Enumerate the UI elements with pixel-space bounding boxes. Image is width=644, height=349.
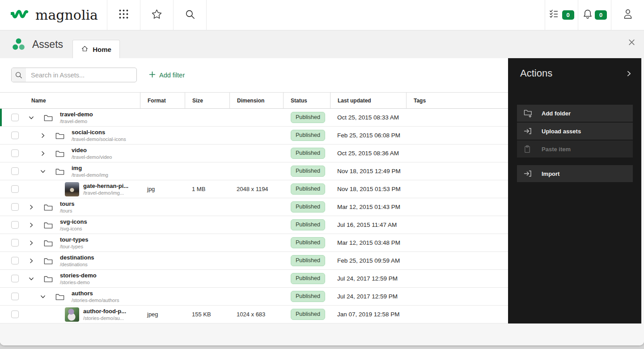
asset-thumbnail xyxy=(65,182,79,196)
last-updated-cell: Feb 25, 2015 09:59 AM xyxy=(330,252,406,269)
table-row[interactable]: gate-hernan-pi.../travel-demo/img...jpg1… xyxy=(0,180,508,198)
table-row[interactable]: travel-demo/travel-demoPublishedOct 25, … xyxy=(0,109,508,127)
search-input[interactable] xyxy=(26,72,129,79)
row-checkbox[interactable] xyxy=(11,185,19,193)
expand-chevron-icon[interactable] xyxy=(40,151,46,156)
column-header-size[interactable]: Size xyxy=(185,93,229,108)
asset-name: tours xyxy=(60,200,75,208)
folder-icon xyxy=(44,257,53,265)
size-cell: 155 KB xyxy=(185,306,229,323)
column-header-tags[interactable]: Tags xyxy=(406,93,508,108)
format-cell xyxy=(140,109,185,126)
table-row[interactable]: social-icons/travel-demo/social-iconsPub… xyxy=(0,127,508,145)
table-row[interactable]: tours/toursPublishedMar 12, 2015 01:43 P… xyxy=(0,198,508,216)
row-checkbox[interactable] xyxy=(11,239,19,247)
expand-chevron-icon[interactable] xyxy=(29,258,34,264)
row-checkbox[interactable] xyxy=(11,293,19,300)
expand-chevron-icon[interactable] xyxy=(29,204,34,210)
actions-panel: Actions Add folderUpload assetsPaste ite… xyxy=(508,58,641,323)
status-cell: Published xyxy=(283,145,330,162)
table-header: NameFormatSizeDimensionStatusLast update… xyxy=(0,92,508,109)
tab-home-label: Home xyxy=(93,46,111,53)
name-cell: stories-demo/stories-demo xyxy=(0,270,140,287)
action-add-folder[interactable]: Add folder xyxy=(517,105,633,122)
row-checkbox[interactable] xyxy=(11,167,19,175)
app-header: Assets Home xyxy=(0,30,644,58)
tags-cell xyxy=(406,198,508,216)
user-icon xyxy=(622,8,634,22)
collapse-chevron-icon[interactable] xyxy=(29,115,34,120)
tags-cell xyxy=(406,306,508,323)
close-icon[interactable] xyxy=(628,39,635,46)
dimension-cell xyxy=(229,145,283,162)
column-header-format[interactable]: Format xyxy=(140,93,185,108)
row-checkbox[interactable] xyxy=(11,221,19,229)
action-upload-assets[interactable]: Upload assets xyxy=(517,123,633,140)
row-checkbox[interactable] xyxy=(11,114,19,121)
topbar-button-apps-grid[interactable] xyxy=(107,0,140,30)
folder-icon xyxy=(44,114,53,122)
row-checkbox[interactable] xyxy=(11,149,19,157)
table-row[interactable]: destinations/destinationsPublishedFeb 25… xyxy=(0,252,508,270)
dimension-cell: 1024 x 683 xyxy=(229,306,283,323)
collapse-chevron-icon[interactable] xyxy=(40,169,46,174)
add-filter-button[interactable]: Add filter xyxy=(149,68,185,82)
topbar-button-user[interactable] xyxy=(611,0,644,30)
format-cell xyxy=(140,162,185,180)
table-row[interactable]: tour-types/tour-typesPublishedMar 12, 20… xyxy=(0,234,508,252)
column-header-name[interactable]: Name xyxy=(0,93,140,108)
app-window: magnolia 00 Assets Home xyxy=(0,0,644,345)
asset-name: destinations xyxy=(60,254,94,261)
status-badge: Published xyxy=(291,112,325,123)
import-icon xyxy=(524,170,534,177)
table-row[interactable]: svg-icons/svg-iconsPublishedJul 16, 2015… xyxy=(0,216,508,234)
row-checkbox[interactable] xyxy=(11,203,19,211)
row-checkbox[interactable] xyxy=(11,132,19,139)
collapse-chevron-icon[interactable] xyxy=(40,294,46,299)
table-row[interactable]: stories-demo/stories-demoPublishedJul 24… xyxy=(0,270,508,288)
format-cell xyxy=(140,252,185,269)
topbar-button-favorites-star[interactable] xyxy=(140,0,174,30)
magnolia-logo-icon xyxy=(11,8,31,23)
topbar-button-tasks-checklist[interactable]: 0 xyxy=(545,0,578,30)
search-icon xyxy=(184,9,196,22)
dimension-cell xyxy=(229,109,283,126)
asset-name: stories-demo xyxy=(60,272,97,279)
tags-cell xyxy=(406,270,508,287)
folder-icon xyxy=(44,239,53,247)
status-cell: Published xyxy=(283,252,330,269)
size-cell xyxy=(185,234,229,251)
topbar-button-search[interactable] xyxy=(174,0,207,30)
action-import[interactable]: Import xyxy=(517,165,633,182)
last-updated-cell: Nov 18, 2015 01:53 PM xyxy=(330,180,406,198)
toolbar: Add filter xyxy=(0,58,508,92)
status-cell: Published xyxy=(283,198,330,216)
row-checkbox[interactable] xyxy=(11,311,19,318)
action-paste-item[interactable]: Paste item xyxy=(517,140,633,157)
status-badge: Published xyxy=(291,130,325,141)
folder-icon xyxy=(44,204,53,211)
name-cell: img/travel-demo/img xyxy=(0,162,140,180)
collapse-panel-chevron-icon[interactable] xyxy=(626,71,632,77)
topbar-button-notifications-bell[interactable]: 0 xyxy=(578,0,611,30)
table-row[interactable]: author-food-p.../stories-demo/au...jpeg1… xyxy=(0,306,508,323)
expand-chevron-icon[interactable] xyxy=(29,240,34,246)
size-cell xyxy=(185,162,229,180)
status-badge: Published xyxy=(291,255,325,266)
table-row[interactable]: img/travel-demo/imgPublishedNov 18, 2015… xyxy=(0,162,508,180)
row-checkbox[interactable] xyxy=(11,257,19,264)
column-header-status[interactable]: Status xyxy=(283,93,330,108)
collapse-chevron-icon[interactable] xyxy=(29,276,34,281)
table-row[interactable]: video/travel-demo/videoPublishedOct 25, … xyxy=(0,145,508,162)
column-header-last-updated[interactable]: Last updated xyxy=(330,93,406,108)
column-header-dimension[interactable]: Dimension xyxy=(229,93,283,108)
tab-home[interactable]: Home xyxy=(72,40,120,58)
table-row[interactable]: authors/stories-demo/authorsPublishedJul… xyxy=(0,288,508,306)
status-cell: Published xyxy=(283,180,330,198)
asset-path: /tours xyxy=(60,208,75,214)
expand-chevron-icon[interactable] xyxy=(29,222,34,228)
name-cell: social-icons/travel-demo/social-icons xyxy=(0,127,140,144)
expand-chevron-icon[interactable] xyxy=(40,133,46,138)
row-checkbox[interactable] xyxy=(11,275,19,282)
status-badge: Published xyxy=(291,219,325,230)
